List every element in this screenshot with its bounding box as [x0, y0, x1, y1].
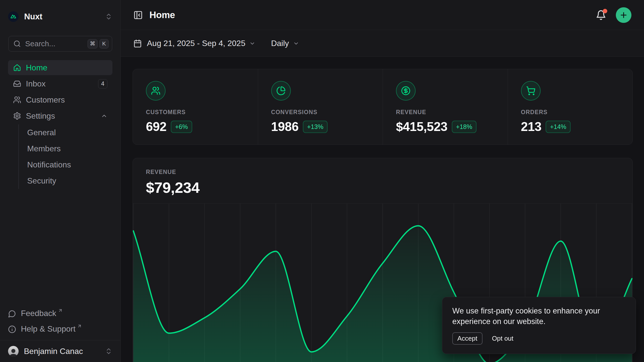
stat-card-revenue: REVENUE $415,523 +18%	[383, 69, 508, 145]
users-icon	[13, 96, 21, 104]
cookie-banner: We use first-party cookies to enhance yo…	[442, 297, 636, 354]
revenue-panel-value: $79,234	[146, 179, 619, 196]
date-range-value: Aug 21, 2025 - Sep 4, 2025	[147, 39, 245, 48]
stat-card-orders: ORDERS 213 +14%	[508, 69, 633, 145]
stat-delta-badge: +14%	[546, 121, 571, 133]
info-circle-icon	[8, 325, 16, 333]
stat-icon-circle	[271, 81, 291, 101]
accept-button[interactable]: Accept	[452, 332, 482, 345]
settings-sub-list: General Members Notifications Security	[18, 124, 112, 189]
chevrons-up-down-icon	[105, 347, 112, 355]
user-menu[interactable]: Benjamin Canac	[0, 340, 120, 362]
sidebar: Nuxt Search... ⌘ K Home Inbox 4 Customer…	[0, 0, 121, 362]
nuxt-logo-icon	[8, 11, 19, 22]
feedback-link[interactable]: Feedback	[8, 305, 112, 321]
notification-dot	[603, 9, 607, 13]
sidebar-item-notifications[interactable]: Notifications	[27, 157, 112, 173]
stat-icon-circle	[521, 81, 541, 101]
notifications-button[interactable]	[596, 10, 606, 20]
sidebar-item-inbox[interactable]: Inbox 4	[8, 76, 112, 91]
arrow-up-right-icon	[58, 308, 63, 313]
sidebar-item-label: Settings	[26, 111, 55, 121]
cookie-message: We use first-party cookies to enhance yo…	[452, 306, 626, 327]
stat-label: CONVERSIONS	[271, 109, 383, 116]
users-icon	[151, 86, 160, 96]
chevron-up-icon	[101, 113, 107, 119]
stats-row: CUSTOMERS 692 +6% CONVERSIONS 1986 +13% …	[133, 69, 633, 145]
search-shortcut: ⌘ K	[88, 39, 109, 49]
chevrons-up-down-icon	[105, 13, 112, 20]
sidebar-item-settings[interactable]: Settings	[8, 108, 112, 123]
workspace-selector[interactable]: Nuxt	[8, 11, 112, 23]
kbd-cmd: ⌘	[88, 39, 98, 49]
stat-icon-circle	[146, 81, 166, 101]
avatar	[8, 346, 19, 356]
shopping-cart-icon	[526, 86, 536, 96]
chevron-down-icon	[249, 40, 255, 47]
sidebar-item-security[interactable]: Security	[27, 173, 112, 189]
inbox-icon	[13, 80, 21, 88]
kbd-k: K	[99, 39, 109, 49]
sidebar-item-general[interactable]: General	[27, 124, 112, 141]
page-header: Home	[121, 0, 644, 30]
sidebar-item-customers[interactable]: Customers	[8, 92, 112, 107]
date-range-picker[interactable]: Aug 21, 2025 - Sep 4, 2025	[133, 39, 255, 48]
calendar-icon	[133, 39, 142, 48]
chart-pie-icon	[276, 86, 286, 96]
user-name: Benjamin Canac	[24, 347, 83, 356]
stat-value: 213	[521, 119, 542, 134]
panel-left-close-icon	[133, 10, 143, 20]
page-title: Home	[149, 10, 175, 20]
stat-value: 1986	[271, 119, 299, 134]
sidebar-item-members[interactable]: Members	[27, 141, 112, 157]
sidebar-item-label: Customers	[26, 95, 65, 105]
sidebar-nav: Home Inbox 4 Customers Settings General …	[8, 60, 112, 189]
search-placeholder: Search...	[25, 39, 55, 48]
arrow-up-right-icon	[77, 324, 82, 329]
inbox-count-badge: 4	[98, 79, 107, 88]
sidebar-item-label: Inbox	[26, 79, 46, 88]
stat-label: ORDERS	[521, 109, 633, 116]
stat-value: $415,523	[396, 119, 448, 134]
message-circle-icon	[8, 310, 16, 318]
sidebar-item-home[interactable]: Home	[8, 60, 112, 75]
search-icon	[13, 40, 21, 48]
stat-delta-badge: +6%	[171, 121, 192, 133]
search-input[interactable]: Search... ⌘ K	[8, 36, 112, 52]
help-support-label: Help & Support	[21, 324, 75, 334]
stat-card-conversions: CONVERSIONS 1986 +13%	[258, 69, 383, 145]
granularity-value: Daily	[271, 39, 289, 48]
gear-icon	[13, 112, 21, 120]
workspace-name: Nuxt	[24, 12, 42, 21]
filters-toolbar: Aug 21, 2025 - Sep 4, 2025 Daily	[121, 30, 644, 57]
sidebar-item-label: Home	[26, 63, 47, 72]
stat-delta-badge: +13%	[303, 121, 328, 133]
house-icon	[13, 64, 21, 72]
stat-delta-badge: +18%	[452, 121, 477, 133]
stat-value: 692	[146, 119, 167, 134]
circle-dollar-sign-icon	[401, 86, 411, 96]
opt-out-button[interactable]: Opt out	[492, 335, 513, 342]
stat-label: REVENUE	[396, 109, 508, 116]
revenue-panel-label: REVENUE	[146, 169, 619, 175]
add-button[interactable]	[616, 7, 631, 23]
stat-card-customers: CUSTOMERS 692 +6%	[133, 69, 258, 145]
feedback-label: Feedback	[21, 308, 56, 318]
plus-icon	[619, 11, 628, 19]
stat-label: CUSTOMERS	[146, 109, 258, 116]
stat-icon-circle	[396, 81, 416, 101]
chevron-down-icon	[293, 40, 299, 47]
help-support-link[interactable]: Help & Support	[8, 321, 112, 337]
sidebar-footer: Feedback Help & Support	[8, 305, 112, 340]
sidebar-collapse-button[interactable]	[133, 10, 143, 20]
granularity-select[interactable]: Daily	[271, 39, 299, 48]
sidebar-spacer	[0, 189, 120, 305]
